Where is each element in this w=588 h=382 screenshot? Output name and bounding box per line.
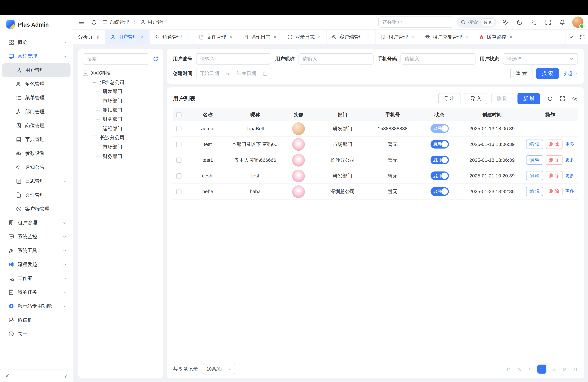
sidebar-item-wechat-group[interactable]: 微信群 <box>2 313 71 327</box>
delete-row-button[interactable]: 删 除 <box>546 155 563 165</box>
more-link[interactable]: 更多 <box>565 157 574 163</box>
pagination-next-icon[interactable] <box>551 366 557 372</box>
gear-icon[interactable] <box>572 96 578 102</box>
more-link[interactable]: 更多 <box>565 141 574 147</box>
nickname-input[interactable]: 请输入 <box>298 53 373 64</box>
account-input[interactable]: 请输入 <box>196 53 271 64</box>
import-button[interactable]: 导 入 <box>465 93 487 104</box>
page-size-select[interactable]: 10条/页 <box>203 364 235 374</box>
pagination-first-icon[interactable] <box>506 366 511 372</box>
tab-client-mgmt[interactable]: 客户端管理 <box>327 30 376 44</box>
sidebar-item-user-mgmt[interactable]: 用户管理 <box>2 64 71 77</box>
row-checkbox[interactable] <box>176 173 181 178</box>
edit-button[interactable]: 编 辑 <box>526 171 543 180</box>
close-icon[interactable] <box>509 35 513 39</box>
tree-node-company[interactable]: XXX科技 <box>83 69 159 78</box>
sidebar-item-demo-features[interactable]: 演示站专用功能 <box>2 299 71 313</box>
pin-icon[interactable] <box>95 35 100 39</box>
tree-search-input[interactable]: 搜索 <box>83 53 149 64</box>
tree-node-finance-dept[interactable]: 财务部门 <box>83 115 159 124</box>
sidebar-item-flow-start[interactable]: 流程发起 <box>2 258 71 271</box>
pagination-page-1[interactable]: 1 <box>537 365 546 374</box>
settings-button[interactable] <box>500 17 511 28</box>
status-select[interactable]: 请选择 <box>503 53 578 64</box>
delete-row-button[interactable]: 删 除 <box>546 140 563 149</box>
close-icon[interactable] <box>366 35 370 39</box>
collapse-node-icon[interactable] <box>92 80 97 85</box>
sidebar-item-log-mgmt[interactable]: 日志管理 <box>2 174 71 188</box>
tree-node-testing-dept[interactable]: 测试部门 <box>83 106 159 115</box>
phone-input[interactable]: 请输入 <box>401 53 476 64</box>
sidebar-item-my-tasks[interactable]: 我的任务 <box>2 285 71 299</box>
status-toggle[interactable]: 启用 <box>430 187 449 196</box>
edit-button[interactable]: 编 辑 <box>526 140 543 149</box>
sidebar-item-client-mgmt[interactable]: 客户端管理 <box>2 202 71 216</box>
collapse-sidebar-icon[interactable] <box>5 373 10 378</box>
tree-node-shenzhen-hq[interactable]: 深圳总公司 <box>83 78 159 87</box>
tree-node-finance-dept-2[interactable]: 财务部门 <box>83 152 159 161</box>
export-button[interactable]: 导 出 <box>438 93 461 104</box>
pin-sidebar-icon[interactable] <box>63 373 68 378</box>
pagination-prev-jump-icon[interactable] <box>516 366 522 372</box>
row-checkbox[interactable] <box>176 189 181 194</box>
status-toggle[interactable]: 启用 <box>430 124 449 133</box>
tenant-select-input[interactable]: 选择租户 <box>378 17 453 28</box>
add-button[interactable]: 新 增 <box>518 93 540 104</box>
tree-node-changsha-branch[interactable]: 长沙分公司 <box>83 133 159 142</box>
close-icon[interactable] <box>317 35 321 39</box>
tree-node-marketing-dept[interactable]: 市场部门 <box>83 96 159 106</box>
tab-login-log[interactable]: 登录日志 <box>282 30 327 44</box>
tab-analysis[interactable]: 分析页 <box>73 30 105 44</box>
status-toggle[interactable]: 启用 <box>430 140 449 149</box>
tree-refresh-button[interactable] <box>152 56 159 62</box>
sidebar-item-overview[interactable]: 概览 <box>2 36 71 49</box>
collapse-node-icon[interactable] <box>92 135 97 141</box>
close-icon[interactable] <box>185 35 189 39</box>
close-icon[interactable] <box>273 35 277 39</box>
close-icon[interactable] <box>229 35 233 39</box>
pagination-last-icon[interactable] <box>572 366 578 372</box>
status-toggle[interactable]: 启用 <box>430 171 449 180</box>
tab-operation-log[interactable]: 操作日志 <box>238 30 282 44</box>
more-link[interactable]: 更多 <box>565 188 574 195</box>
pagination-prev-icon[interactable] <box>527 366 532 372</box>
sidebar-item-system-monitor[interactable]: 系统监控 <box>2 230 71 243</box>
delete-button[interactable]: 删 除 <box>491 93 514 104</box>
pagination-next-jump-icon[interactable] <box>562 366 567 372</box>
sidebar-item-system-mgmt[interactable]: 系统管理 <box>2 49 71 63</box>
tab-role-mgmt[interactable]: 角色管理 <box>150 30 194 44</box>
user-avatar[interactable] <box>572 17 584 28</box>
tree-node-marketing-dept-2[interactable]: 市场部门 <box>83 143 159 152</box>
sidebar-item-dept-mgmt[interactable]: 部门管理 <box>2 105 71 119</box>
global-search-button[interactable]: 搜索 ⌘ K <box>456 17 497 28</box>
close-icon[interactable] <box>140 35 144 39</box>
dark-mode-button[interactable] <box>514 17 525 28</box>
language-button[interactable] <box>528 17 539 28</box>
menu-collapse-button[interactable] <box>75 17 86 28</box>
tree-node-rd-dept[interactable]: 研发部门 <box>83 87 159 96</box>
tab-dropdown-button[interactable] <box>566 30 577 44</box>
edit-button[interactable]: 编 辑 <box>526 155 543 165</box>
fullscreen-button[interactable] <box>542 17 554 28</box>
row-checkbox[interactable] <box>176 157 181 163</box>
sidebar-item-role-mgmt[interactable]: 角色管理 <box>2 77 71 91</box>
tree-node-ops-dept[interactable]: 运维部门 <box>83 124 159 133</box>
sidebar-item-menu-mgmt[interactable]: 菜单管理 <box>2 91 71 105</box>
delete-row-button[interactable]: 删 除 <box>546 187 563 196</box>
sidebar-item-file-mgmt[interactable]: 文件管理 <box>2 188 71 202</box>
refresh-page-button[interactable] <box>88 17 100 28</box>
app-logo[interactable]: Plus Admin <box>0 15 73 34</box>
sidebar-item-notice[interactable]: 通知公告 <box>2 161 71 174</box>
created-date-range-input[interactable]: 开始日期 结束日期 <box>196 68 271 79</box>
close-icon[interactable] <box>411 35 415 39</box>
collapse-filters-link[interactable]: 收起 <box>563 70 578 77</box>
tab-file-mgmt[interactable]: 文件管理 <box>194 30 238 44</box>
tab-tenant-mgmt[interactable]: 租户管理 <box>376 30 420 44</box>
tab-user-mgmt[interactable]: 用户管理 <box>105 30 150 44</box>
delete-row-button[interactable]: 删 除 <box>546 171 563 180</box>
select-all-checkbox[interactable] <box>176 112 181 117</box>
sidebar-item-param-settings[interactable]: 参数设置 <box>2 147 71 160</box>
sidebar-item-system-tools[interactable]: 系统工具 <box>2 244 71 257</box>
sidebar-item-dict-mgmt[interactable]: 字典管理 <box>2 133 71 146</box>
refresh-icon[interactable] <box>547 96 553 102</box>
